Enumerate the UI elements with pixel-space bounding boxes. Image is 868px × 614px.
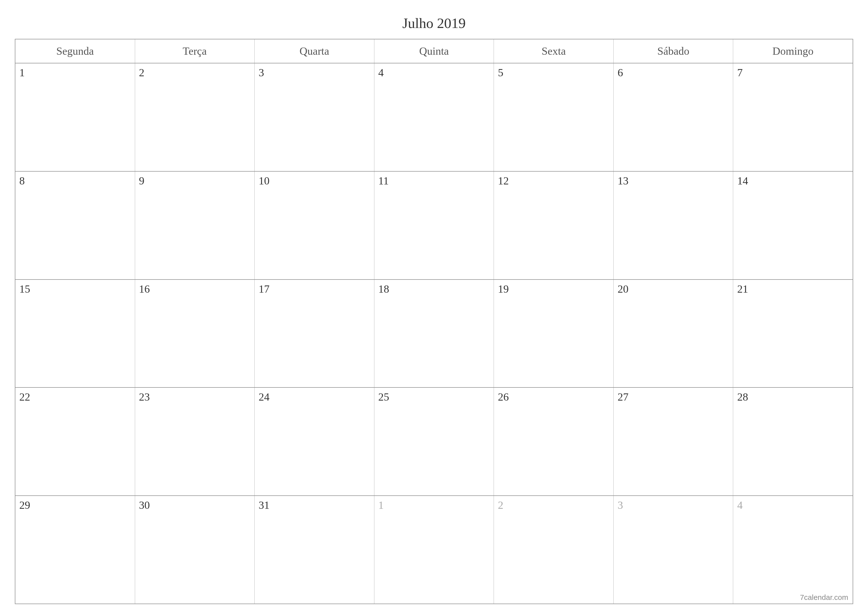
weekday-header: Segunda	[16, 39, 135, 63]
calendar-title: Julho 2019	[15, 15, 853, 31]
day-cell-other-month: 1	[374, 496, 494, 604]
day-cell: 25	[374, 388, 494, 496]
weekday-header: Quinta	[374, 39, 494, 63]
day-cell: 18	[374, 280, 494, 387]
day-cell: 28	[733, 388, 852, 496]
week-row: 29 30 31 1 2 3 4	[16, 496, 852, 604]
day-cell: 27	[614, 388, 733, 496]
day-cell-other-month: 3	[614, 496, 733, 604]
day-cell: 10	[254, 172, 374, 279]
day-cell: 16	[135, 280, 255, 387]
weekday-header: Terça	[135, 39, 255, 63]
day-cell: 19	[494, 280, 614, 387]
day-cell: 13	[614, 172, 733, 279]
day-cell: 26	[494, 388, 614, 496]
week-row: 22 23 24 25 26 27 28	[16, 388, 852, 496]
footer-attribution: 7calendar.com	[800, 593, 848, 602]
day-cell: 30	[135, 496, 255, 604]
day-cell: 17	[254, 280, 374, 387]
day-cell: 6	[614, 64, 733, 171]
day-cell: 9	[135, 172, 255, 279]
day-cell: 4	[374, 64, 494, 171]
day-cell: 20	[614, 280, 733, 387]
day-cell: 7	[733, 64, 852, 171]
day-cell: 12	[494, 172, 614, 279]
day-cell: 15	[16, 280, 135, 387]
day-cell: 1	[16, 64, 135, 171]
weekday-header: Quarta	[254, 39, 374, 63]
weekday-header: Domingo	[733, 39, 852, 63]
weekday-header: Sábado	[614, 39, 733, 63]
week-row: 8 9 10 11 12 13 14	[16, 172, 852, 280]
day-cell: 21	[733, 280, 852, 387]
day-cell: 24	[254, 388, 374, 496]
week-row: 1 2 3 4 5 6 7	[16, 64, 852, 172]
day-cell: 2	[135, 64, 255, 171]
calendar-grid: Segunda Terça Quarta Quinta Sexta Sábado…	[15, 39, 853, 604]
day-cell-other-month: 4	[733, 496, 852, 604]
week-row: 15 16 17 18 19 20 21	[16, 280, 852, 388]
day-cell: 29	[16, 496, 135, 604]
day-cell: 11	[374, 172, 494, 279]
weekday-header: Sexta	[494, 39, 614, 63]
day-cell: 31	[254, 496, 374, 604]
day-cell-other-month: 2	[494, 496, 614, 604]
day-cell: 5	[494, 64, 614, 171]
day-cell: 14	[733, 172, 852, 279]
day-cell: 8	[16, 172, 135, 279]
day-cell: 3	[254, 64, 374, 171]
weekday-header-row: Segunda Terça Quarta Quinta Sexta Sábado…	[16, 39, 852, 64]
day-cell: 23	[135, 388, 255, 496]
day-cell: 22	[16, 388, 135, 496]
